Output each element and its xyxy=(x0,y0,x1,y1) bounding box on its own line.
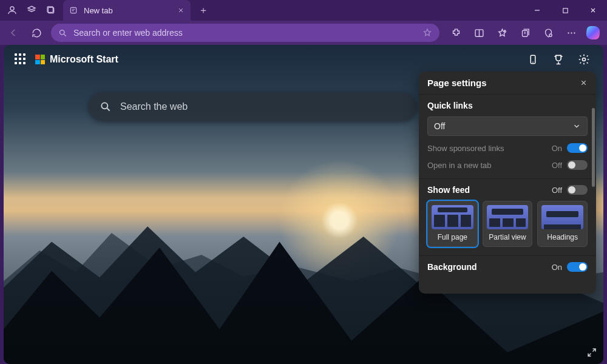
svg-point-14 xyxy=(101,103,107,109)
svg-point-13 xyxy=(583,58,586,61)
page-search-box[interactable]: Search the web xyxy=(89,92,416,121)
chevron-down-icon xyxy=(572,122,581,130)
split-screen-icon[interactable] xyxy=(471,24,487,41)
feed-thumb-icon xyxy=(487,205,529,229)
newtab-toggle[interactable] xyxy=(567,160,588,170)
quick-links-select[interactable]: Off xyxy=(427,116,588,136)
expand-icon[interactable] xyxy=(586,347,597,358)
feed-layout-options: Full page Partial view Headings xyxy=(427,201,588,247)
address-placeholder: Search or enter web address xyxy=(73,28,416,38)
panel-title: Page settings xyxy=(427,78,487,88)
favorites-icon[interactable] xyxy=(494,24,510,41)
favorite-star-icon[interactable] xyxy=(422,28,432,38)
background-toggle[interactable] xyxy=(567,262,588,272)
address-bar[interactable]: Search or enter web address xyxy=(51,24,439,42)
browser-tab[interactable]: New tab xyxy=(63,0,191,21)
app-launcher-icon[interactable] xyxy=(15,53,27,66)
svg-point-9 xyxy=(568,32,569,33)
feed-option-partial[interactable]: Partial view xyxy=(483,201,533,247)
newtab-state: Off xyxy=(552,161,562,170)
svg-point-5 xyxy=(60,30,65,35)
tab-title: New tab xyxy=(84,6,113,15)
row-sponsored-links: Show sponsored links On xyxy=(427,143,588,153)
window-titlebar: New tab ＋ xyxy=(0,0,607,21)
feed-title: Show feed xyxy=(427,185,470,195)
feed-option-full[interactable]: Full page xyxy=(427,201,478,247)
toolbar-right-icons xyxy=(446,24,602,41)
quick-links-value: Off xyxy=(434,121,445,131)
profile-icon[interactable] xyxy=(6,4,18,16)
feed-option-label: Full page xyxy=(438,233,467,241)
svg-point-11 xyxy=(574,32,575,33)
browser-toolbar: Search or enter web address xyxy=(0,21,607,45)
feed-toggle[interactable] xyxy=(567,185,588,195)
tab-close-button[interactable] xyxy=(177,7,185,14)
page-settings-icon[interactable] xyxy=(575,51,592,68)
feed-option-headings[interactable]: Headings xyxy=(537,201,588,247)
more-menu-icon[interactable] xyxy=(563,24,579,41)
window-close-button[interactable] xyxy=(579,0,607,21)
tab-actions-icon[interactable] xyxy=(45,4,57,16)
section-background: Background On xyxy=(419,255,596,286)
feed-option-label: Partial view xyxy=(489,233,526,241)
section-show-feed: Show feed Off Full page Partial view Hea… xyxy=(419,178,596,255)
panel-header: Page settings xyxy=(419,72,596,95)
feed-thumb-icon xyxy=(432,205,473,229)
newtab-label: Open in a new tab xyxy=(427,161,492,170)
feed-state: Off xyxy=(552,186,562,195)
microsoft-logo-icon xyxy=(35,55,45,64)
svg-point-10 xyxy=(571,32,572,33)
sponsored-state: On xyxy=(552,144,562,153)
new-tab-button[interactable]: ＋ xyxy=(194,4,212,17)
rewards-icon[interactable] xyxy=(550,51,567,68)
window-minimize-button[interactable] xyxy=(523,0,551,21)
svg-point-8 xyxy=(549,33,551,36)
new-tab-page: Microsoft Start Search the web Page sett… xyxy=(4,45,603,364)
page-settings-panel: Page settings Quick links Off Show spons… xyxy=(419,72,596,294)
copilot-icon[interactable] xyxy=(586,26,600,39)
workspaces-icon[interactable] xyxy=(25,4,38,16)
microsoft-start-brand[interactable]: Microsoft Start xyxy=(35,54,118,65)
mobile-icon[interactable] xyxy=(524,51,541,68)
collections-icon[interactable] xyxy=(517,24,533,41)
nav-back-button[interactable] xyxy=(5,24,22,41)
panel-close-button[interactable] xyxy=(580,79,588,87)
svg-rect-4 xyxy=(563,8,567,12)
background-title: Background xyxy=(427,262,477,272)
window-controls xyxy=(523,0,607,21)
feed-option-label: Headings xyxy=(547,233,578,241)
section-quick-links: Quick links Off Show sponsored links On … xyxy=(419,95,596,178)
panel-scrollbar[interactable] xyxy=(592,108,595,187)
panel-body: Quick links Off Show sponsored links On … xyxy=(419,95,596,294)
quick-links-title: Quick links xyxy=(427,101,588,110)
search-icon xyxy=(100,101,112,113)
window-maximize-button[interactable] xyxy=(551,0,579,21)
sponsored-label: Show sponsored links xyxy=(427,144,504,153)
search-icon xyxy=(58,29,67,38)
tab-page-icon xyxy=(69,6,78,15)
feed-thumb-icon xyxy=(541,205,583,229)
browser-essentials-icon[interactable] xyxy=(540,24,556,41)
background-state: On xyxy=(552,263,562,272)
page-search-placeholder: Search the web xyxy=(120,101,188,112)
brand-label: Microsoft Start xyxy=(50,54,118,65)
sponsored-toggle[interactable] xyxy=(567,143,588,153)
extensions-icon[interactable] xyxy=(448,24,464,41)
nav-refresh-button[interactable] xyxy=(28,24,45,41)
row-open-new-tab: Open in a new tab Off xyxy=(427,160,588,170)
page-header: Microsoft Start xyxy=(15,51,592,68)
titlebar-left xyxy=(0,4,57,16)
svg-point-0 xyxy=(10,7,14,10)
